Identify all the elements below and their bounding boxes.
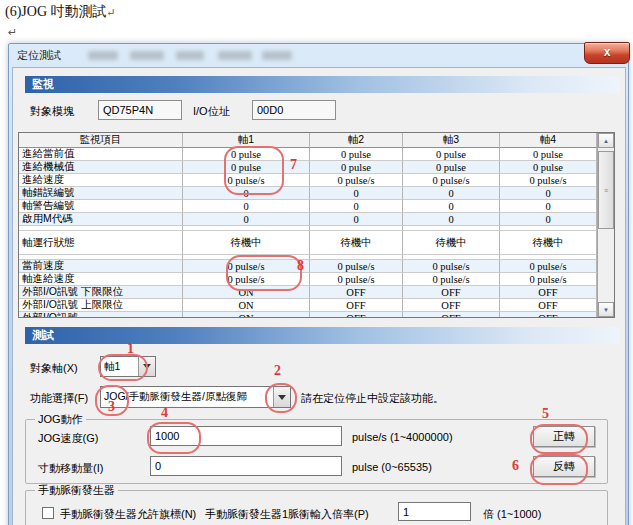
chevron-down-icon [143, 364, 151, 369]
table-cell: OFF [310, 312, 403, 318]
table-row: 啟用M代碼0000 [19, 213, 597, 226]
table-cell: OFF [310, 286, 403, 299]
inching-amount-label: 寸動移動量(I) [38, 461, 103, 476]
reverse-button[interactable]: 反轉 [533, 456, 595, 477]
table-cell: OFF [403, 312, 500, 318]
table-cell: 0 pulse/s [500, 174, 597, 187]
table-cell: 0 pulse/s [403, 174, 500, 187]
paragraph-mark-icon: ↵ [107, 6, 116, 18]
row-label: 進給當前值 [19, 148, 183, 161]
table-row: 外部I/O訊號ONOFFOFFOFF [19, 312, 597, 318]
table-cell: 0 pulse [403, 161, 500, 174]
document-heading: (6)JOG 吋動測試↵ [5, 3, 116, 21]
close-button[interactable]: x [584, 42, 630, 64]
table-row: 外部I/O訊號 下限限位ONOFFOFFOFF [19, 286, 597, 299]
mpg-enable-label: 手動脈衝發生器允許旗標(N) [60, 507, 196, 522]
dropdown-button[interactable] [273, 387, 290, 407]
scroll-down-icon: ▼ [603, 307, 609, 313]
table-row: 軸錯誤編號0000 [19, 187, 597, 200]
mpg-group-title: 手動脈衝發生器 [35, 484, 118, 496]
table-cell: 0 pulse/s [403, 260, 500, 273]
table-cell: 0 pulse [183, 148, 310, 161]
table-cell: OFF [403, 286, 500, 299]
chevron-down-icon [278, 395, 286, 400]
jog-speed-unit: pulse/s (1~4000000) [352, 431, 453, 443]
inching-amount-unit: pulse (0~65535) [352, 461, 432, 473]
table-cell: 0 pulse/s [310, 174, 403, 187]
dropdown-button[interactable] [138, 357, 155, 376]
row-label: 進給機械值 [19, 161, 183, 174]
table-cell: 0 [183, 200, 310, 213]
mpg-enable-checkbox[interactable] [42, 507, 54, 519]
paragraph-mark-icon: ↵ [8, 26, 17, 39]
target-axis-select[interactable]: 軸1 [100, 356, 156, 377]
table-cell: 0 pulse/s [500, 273, 597, 286]
table-row: 軸運行狀態待機中待機中待機中待機中 [19, 231, 597, 255]
table-cell: 0 pulse [310, 148, 403, 161]
table-cell: 0 pulse/s [310, 260, 403, 273]
column-header-axis: 軸2 [310, 133, 403, 148]
table-row: 進給當前值0 pulse0 pulse0 pulse0 pulse [19, 148, 597, 161]
table-cell: 0 [500, 213, 597, 226]
scroll-up-icon: ▲ [603, 138, 609, 144]
scroll-down-button[interactable]: ▼ [598, 302, 614, 317]
table-cell: 0 [500, 200, 597, 213]
column-header-axis: 軸4 [500, 133, 597, 148]
table-row: 進給機械值0 pulse0 pulse0 pulse0 pulse [19, 161, 597, 174]
target-axis-label: 對象軸(X) [30, 361, 78, 376]
vertical-scrollbar[interactable]: ▲ ≡ ▼ [597, 133, 614, 317]
table-cell: 0 pulse/s [500, 260, 597, 273]
table-cell: OFF [500, 286, 597, 299]
monitor-table-grid: 監視項目軸1軸2軸3軸4進給當前值0 pulse0 pulse0 pulse0 … [19, 133, 597, 317]
row-label: 外部I/O訊號 上限限位 [19, 299, 183, 312]
test-section-header: 測試 [25, 327, 620, 344]
io-address-label: I/O位址 [193, 104, 230, 119]
row-label: 軸錯誤編號 [19, 187, 183, 200]
column-header-items: 監視項目 [19, 133, 183, 148]
table-cell: 0 [310, 200, 403, 213]
table-cell: 0 pulse [500, 161, 597, 174]
forward-button[interactable]: 正轉 [533, 426, 595, 447]
column-header-axis: 軸3 [403, 133, 500, 148]
table-cell: OFF [500, 299, 597, 312]
table-cell: 待機中 [403, 231, 500, 255]
menu-blur-blob [262, 51, 292, 60]
menu-blur-blob [88, 51, 118, 60]
heading-text: (6)JOG 吋動測試 [5, 4, 107, 19]
mpg-magnification-unit: 倍 (1~1000) [483, 507, 541, 522]
scrollbar-thumb[interactable]: ≡ [598, 151, 614, 229]
module-label: 對象模塊 [30, 104, 74, 119]
table-cell: 0 [183, 187, 310, 200]
monitor-section-header: 監視 [25, 76, 620, 93]
monitor-table: 監視項目軸1軸2軸3軸4進給當前值0 pulse0 pulse0 pulse0 … [18, 132, 615, 318]
column-header-axis: 軸1 [183, 133, 310, 148]
table-header-row: 監視項目軸1軸2軸3軸4 [19, 133, 597, 148]
table-cell: 0 [183, 213, 310, 226]
table-cell: OFF [403, 299, 500, 312]
row-label: 外部I/O訊號 下限限位 [19, 286, 183, 299]
menu-blur-blob [130, 51, 164, 60]
row-label: 軸運行狀態 [19, 231, 183, 255]
dialog-title: 定位測試 [17, 48, 61, 63]
table-cell: 0 pulse/s [183, 174, 310, 187]
module-field: QD75P4N [98, 100, 182, 120]
menu-blur-blob [176, 51, 204, 60]
scrollbar-track[interactable] [598, 229, 614, 302]
scroll-up-button[interactable]: ▲ [598, 133, 614, 148]
function-select[interactable]: JOG/手動脈衝發生器/原點復歸 [100, 386, 291, 408]
mpg-magnification-label: 手動脈衝發生器1脈衝輸入倍率(P) [205, 507, 369, 522]
table-cell: 0 [310, 187, 403, 200]
row-label: 外部I/O訊號 [19, 312, 183, 318]
table-row: 當前速度0 pulse/s0 pulse/s0 pulse/s0 pulse/s [19, 260, 597, 273]
menu-blur-blob [218, 51, 252, 60]
table-cell: OFF [310, 299, 403, 312]
table-cell: 待機中 [500, 231, 597, 255]
row-label: 當前速度 [19, 260, 183, 273]
mpg-magnification-input[interactable]: 1 [398, 502, 471, 521]
jog-group-title: JOG動作 [35, 413, 86, 425]
jog-speed-label: JOG速度(G) [38, 431, 99, 446]
table-cell: 0 pulse [403, 148, 500, 161]
inching-amount-input[interactable]: 0 [150, 456, 342, 476]
jog-speed-input[interactable]: 1000 [150, 426, 342, 446]
table-cell: 0 pulse/s [183, 273, 310, 286]
